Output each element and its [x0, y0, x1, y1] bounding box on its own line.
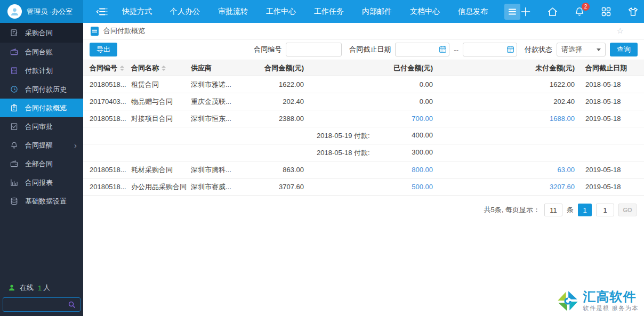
cell-end-date: 2019-05-18: [575, 115, 638, 123]
cell-contract-name: 租赁合同: [131, 80, 191, 90]
nav-info-publish[interactable]: 信息发布: [449, 7, 497, 17]
sidebar-item-payment-history[interactable]: 合同付款历史: [0, 80, 83, 99]
sidebar-item-purchase-contract[interactable]: 采购合同: [0, 23, 83, 43]
date-from-field: [395, 43, 449, 56]
col-supplier: 供应商: [191, 63, 256, 73]
cell-end-date: 2018-05-18: [575, 80, 638, 88]
go-button[interactable]: GO: [618, 204, 637, 216]
cell-contract-no: 20170403...: [90, 98, 131, 106]
cell-paid-link[interactable]: 500.00: [304, 183, 433, 191]
table-row[interactable]: 20180518... 办公用品采购合同 深圳市赛威... 3707.60 50…: [83, 179, 644, 196]
cell-unpaid-link[interactable]: 63.00: [433, 166, 575, 174]
sidebar-item-payment-plan[interactable]: 付款计划: [0, 61, 83, 80]
home-icon[interactable]: [547, 6, 558, 17]
date-to-field: [463, 43, 517, 56]
nav-internal-mail[interactable]: 内部邮件: [353, 7, 401, 17]
col-paid: 已付金额(元): [304, 63, 433, 73]
cell-contract-no: 20180518...: [90, 166, 131, 174]
cell-end-date: 2019-05-18: [575, 183, 638, 191]
current-page-button[interactable]: 1: [578, 204, 592, 216]
collapse-menu-icon[interactable]: [91, 7, 113, 17]
wallet-icon: [10, 48, 18, 56]
brand-tagline: 软件是根 服务为本: [583, 304, 639, 312]
cell-unpaid-link[interactable]: 1688.00: [433, 115, 575, 123]
contacts-icon[interactable]: [601, 6, 611, 17]
document-edit-icon: [10, 29, 18, 37]
nav-document-center[interactable]: 文档中心: [401, 7, 449, 17]
nav-personal-office[interactable]: 个人办公: [161, 7, 209, 17]
sort-icon[interactable]: [120, 66, 124, 71]
calendar-icon[interactable]: [439, 45, 447, 53]
cell-contract-name: 对接项目合同: [131, 114, 191, 124]
sort-icon[interactable]: [162, 66, 166, 71]
cell-supplier: 深圳市恒东...: [191, 114, 256, 124]
cell-amount: 2388.00: [256, 115, 304, 123]
clock-icon: [10, 85, 18, 94]
cell-paid-link[interactable]: 700.00: [304, 115, 433, 123]
notification-badge: 2: [582, 3, 590, 11]
notification-bell-icon[interactable]: 2: [574, 6, 585, 17]
sidebar-search-input[interactable]: [7, 301, 68, 309]
calendar-icon[interactable]: [506, 45, 514, 53]
cell-amount: 3707.60: [256, 183, 304, 191]
sidebar-item-contract-reports[interactable]: 合同报表: [0, 173, 83, 192]
sidebar-item-contract-reminder[interactable]: 合同提醒 ›: [0, 136, 83, 155]
online-unit: 人: [43, 283, 50, 293]
col-amount: 合同金额(元): [256, 63, 304, 73]
table-row[interactable]: 20170403... 物品赠与合同 重庆金茂联... 202.40 0.00 …: [83, 93, 644, 110]
nav-work-tasks[interactable]: 工作任务: [305, 7, 353, 17]
contract-no-label: 合同编号: [254, 45, 281, 54]
sidebar-item-label: 合同报表: [25, 178, 53, 188]
online-person-icon: [8, 284, 15, 291]
sidebar-search: [3, 297, 80, 312]
cell-amount: 863.00: [256, 166, 304, 174]
nav-work-center[interactable]: 工作中心: [257, 7, 305, 17]
search-button[interactable]: 查询: [610, 43, 638, 56]
favorite-star-icon[interactable]: ☆: [617, 26, 624, 36]
online-label: 在线: [20, 283, 34, 293]
sidebar-item-label: 合同付款概览: [25, 103, 67, 113]
table-row[interactable]: 20180518... 租赁合同 深圳市雅诺... 1622.00 0.00 1…: [83, 76, 644, 93]
sidebar-item-payment-overview[interactable]: 合同付款概览: [0, 99, 83, 117]
page-size-unit: 条: [567, 205, 574, 215]
nav-shortcuts[interactable]: 快捷方式: [113, 7, 161, 17]
sidebar-item-base-data-settings[interactable]: 基础数据设置: [0, 192, 83, 210]
sidebar-item-contract-ledger[interactable]: 合同台账: [0, 43, 83, 61]
cell-paid-link[interactable]: 800.00: [304, 166, 433, 174]
payment-amount: 300.00: [412, 148, 433, 158]
goto-page-input[interactable]: [596, 204, 614, 216]
nav-approval-flow[interactable]: 审批流转: [209, 7, 257, 17]
pagination-summary: 共5条, 每页显示：: [484, 205, 540, 215]
page-size-box[interactable]: 11: [544, 204, 562, 216]
table-row[interactable]: 20180518... 耗材采购合同 深圳市腾科... 863.00 800.0…: [83, 161, 644, 179]
brand-name: 汇高软件: [583, 290, 639, 304]
online-status: 在线 1 人: [3, 283, 80, 297]
col-contract-no[interactable]: 合同编号: [90, 63, 131, 73]
contract-no-input[interactable]: [286, 43, 342, 56]
add-icon[interactable]: [520, 6, 531, 17]
sidebar-item-label: 合同审批: [25, 122, 53, 132]
col-contract-name[interactable]: 合同名称: [131, 63, 191, 73]
current-user[interactable]: 管理员 -办公室: [0, 0, 83, 23]
search-icon[interactable]: [68, 301, 76, 309]
sidebar-item-label: 全部合同: [25, 159, 53, 169]
col-end-date: 合同截止日期: [575, 63, 638, 73]
cell-contract-no: 20180518...: [90, 183, 131, 191]
pay-status-value: 请选择: [561, 45, 582, 54]
pay-status-select[interactable]: 请选择: [557, 43, 606, 56]
sidebar-item-all-contracts[interactable]: 全部合同: [0, 155, 83, 173]
apps-menu-button[interactable]: [504, 4, 520, 20]
cell-unpaid-link[interactable]: 3207.60: [433, 183, 575, 191]
bell-icon: [10, 141, 18, 150]
payment-date-label: 2018-05-18 付款:: [317, 148, 370, 158]
payment-amount: 400.00: [412, 131, 433, 141]
cell-amount: 202.40: [256, 98, 304, 106]
pay-status-label: 付款状态: [525, 45, 552, 54]
theme-shirt-icon[interactable]: [627, 6, 639, 17]
export-button[interactable]: 导出: [90, 43, 117, 56]
cell-contract-no: 20180518...: [90, 80, 131, 88]
table-row[interactable]: 20180518... 对接项目合同 深圳市恒东... 2388.00 700.…: [83, 110, 644, 127]
sidebar-item-contract-approval[interactable]: 合同审批: [0, 117, 83, 136]
cell-end-date: 2019-05-18: [575, 166, 638, 174]
sidebar-footer: 在线 1 人: [0, 283, 83, 312]
